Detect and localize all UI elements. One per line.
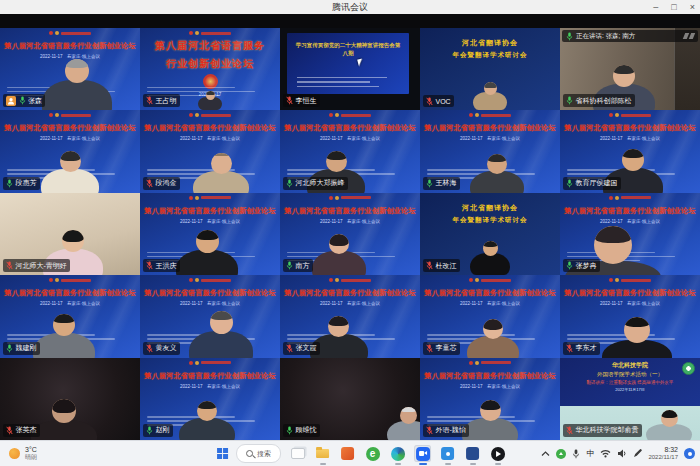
volume-icon[interactable]	[617, 449, 627, 458]
participant-name: 李东才	[576, 343, 597, 353]
watermark-logo-icon	[684, 33, 694, 39]
video-tile-25[interactable]: 华北科技学院外国语学院学术活动（一）翻译讲座：注重翻译实践 提高融通中外水平20…	[560, 358, 700, 440]
video-tile-24[interactable]: 第八届河北省语言服务行业创新创业论坛2022-11-17 石家庄·线上会议外语-…	[420, 358, 560, 440]
person-head	[622, 149, 644, 171]
emblem-banner	[201, 279, 231, 282]
video-tile-8[interactable]: 第八届河北省语言服务行业创新创业论坛2022-11-17 石家庄·线上会议河北师…	[280, 110, 420, 192]
video-tile-15[interactable]: 第八届河北省语言服务行业创新创业论坛2022-11-17 石家庄·线上会议张梦冉	[560, 193, 700, 275]
emblem-dot-red	[189, 196, 193, 200]
video-tile-20[interactable]: 第八届河北省语言服务行业创新创业论坛2022-11-17 石家庄·线上会议李东才	[560, 275, 700, 357]
participant-label: 王占明	[143, 94, 180, 107]
participant-name: 张英杰	[16, 425, 37, 435]
file-explorer[interactable]	[314, 445, 331, 462]
participant-label: 河北师大郑振峰	[283, 177, 348, 190]
video-tile-23[interactable]: 顾维忱	[280, 358, 420, 440]
lecture-slide-line3: 翻译讲座：注重翻译实践 提高融通中外水平	[560, 380, 700, 385]
video-tile-2[interactable]: 第八届河北省语言服务行业创新创业论坛2022-11-17王占明	[140, 28, 280, 110]
emblem-dot-gold	[55, 278, 59, 282]
forum-subtitle: 2022-11-17 石家庄·线上会议	[420, 301, 560, 306]
participant-label: 李东才	[563, 342, 600, 355]
tray-mic-icon[interactable]	[572, 449, 580, 459]
search-icon	[246, 450, 253, 457]
forum-title: 第八届河北省语言服务行业创新创业论坛	[420, 288, 560, 298]
participant-person	[189, 311, 253, 358]
close-button[interactable]: ×	[690, 0, 695, 14]
tray-chevron-icon[interactable]	[541, 451, 550, 457]
participant-label: 外语-魏怡	[423, 424, 469, 437]
forum-subtitle: 2022-11-17 石家庄·线上会议	[0, 136, 140, 141]
forum-subtitle: 2022-11-17 石家庄·线上会议	[280, 301, 420, 306]
tencent-meeting[interactable]	[414, 445, 431, 462]
video-tile-21[interactable]: 张英杰	[0, 358, 140, 440]
notification-badge[interactable]	[684, 448, 695, 459]
video-tile-12[interactable]: 第八届河北省语言服务行业创新创业论坛2022-11-17 石家庄·线上会议王洪庆	[140, 193, 280, 275]
video-tile-1[interactable]: 第八届河北省语言服务行业创新创业论坛2022-11-17 石家庄·线上会议张森	[0, 28, 140, 110]
emblem-dot-gold	[615, 113, 619, 117]
start-button[interactable]	[217, 448, 228, 459]
mic-muted-icon	[566, 426, 573, 435]
person-hair	[487, 154, 507, 162]
person-hair	[483, 319, 503, 330]
forum-emblem	[560, 275, 700, 282]
video-tile-3[interactable]: 学习宣传贯彻党的二十大精神宣讲报告会第八期李恒生	[280, 28, 420, 110]
video-tile-13[interactable]: 第八届河北省语言服务行业创新创业论坛2022-11-17 石家庄·线上会议南方	[280, 193, 420, 275]
mic-on-icon	[146, 426, 153, 435]
tray-antivirus-icon[interactable]	[556, 449, 566, 459]
maximize-button[interactable]: □	[671, 0, 676, 14]
participant-person	[31, 399, 97, 440]
text-line	[297, 81, 370, 83]
emblem-banner	[201, 114, 231, 117]
video-tile-7[interactable]: 第八届河北省语言服务行业创新创业论坛2022-11-17 石家庄·线上会议段鸿金	[140, 110, 280, 192]
weather-temperature: 3°C	[25, 446, 37, 454]
participant-person	[462, 400, 518, 440]
browser-green-e[interactable]: e	[364, 445, 381, 462]
person-hair	[661, 410, 678, 419]
app-navy[interactable]	[464, 445, 481, 462]
video-tile-4[interactable]: 河北省翻译协会年会暨翻译学术研讨会VOC	[420, 28, 560, 110]
forum-subtitle: 2022-11-17 石家庄·线上会议	[140, 301, 280, 306]
video-tile-22[interactable]: 第八届河北省语言服务行业创新创业论坛2022-11-17 石家庄·线上会议赵刚	[140, 358, 280, 440]
participant-person	[646, 410, 692, 440]
college-logo-icon	[682, 362, 695, 375]
app-orange-icon	[341, 447, 354, 460]
mic-muted-icon	[426, 344, 433, 353]
wifi-icon[interactable]	[600, 449, 611, 458]
app-blue[interactable]	[439, 445, 456, 462]
mic-muted-icon	[426, 97, 433, 106]
video-tile-11[interactable]: 河北师大-青明好	[0, 193, 140, 275]
participant-name: 教育厅侯建国	[576, 178, 618, 188]
video-tile-19[interactable]: 第八届河北省语言服务行业创新创业论坛2022-11-17 石家庄·线上会议李童芯	[420, 275, 560, 357]
pen-icon[interactable]	[633, 449, 642, 458]
taskbar-clock[interactable]: 8:32 2022/11/17	[648, 446, 678, 462]
emblem-dot-red	[49, 278, 53, 282]
video-tile-9[interactable]: 第八届河北省语言服务行业创新创业论坛2022-11-17 石家庄·线上会议王林海	[420, 110, 560, 192]
participant-name: 华北科技学院邹俞贵	[576, 425, 639, 435]
mic-muted-icon	[146, 261, 153, 270]
app-orange[interactable]	[339, 445, 356, 462]
video-tile-17[interactable]: 第八届河北省语言服务行业创新创业论坛2022-11-17 石家庄·线上会议黄友义	[140, 275, 280, 357]
person-torso	[470, 253, 510, 275]
forum-subtitle: 2022-11-17 石家庄·线上会议	[280, 136, 420, 141]
meeting-toolbar-strip	[0, 14, 700, 28]
edge-browser[interactable]	[389, 445, 406, 462]
task-view[interactable]	[289, 445, 306, 462]
person-head	[400, 407, 417, 424]
person-torso	[179, 418, 235, 440]
video-tile-16[interactable]: 第八届河北省语言服务行业创新创业论坛2022-11-17 石家庄·线上会议魏建刚	[0, 275, 140, 357]
video-tile-6[interactable]: 第八届河北省语言服务行业创新创业论坛2022-11-17 石家庄·线上会议段惠芳	[0, 110, 140, 192]
person-torso	[470, 171, 524, 193]
emblem-banner	[481, 279, 511, 282]
video-tile-10[interactable]: 第八届河北省语言服务行业创新创业论坛2022-11-17 石家庄·线上会议教育厅…	[560, 110, 700, 192]
video-tile-14[interactable]: 河北省翻译协会年会暨翻译学术研讨会杜改江	[420, 193, 560, 275]
ime-language-indicator[interactable]: 中	[586, 448, 594, 459]
video-tile-5[interactable]: 正在讲话: 张森; 南方省科协科创部陈松	[560, 28, 700, 110]
participant-name: 赵刚	[156, 425, 170, 435]
search-input[interactable]: 搜索	[236, 444, 281, 463]
text-line	[297, 77, 387, 79]
person-head	[624, 317, 650, 343]
minimize-button[interactable]: –	[653, 0, 658, 14]
video-tile-18[interactable]: 第八届河北省语言服务行业创新创业论坛2022-11-17 石家庄·线上会议张文霞	[280, 275, 420, 357]
media-player[interactable]	[489, 445, 506, 462]
participant-name: 魏建刚	[16, 343, 37, 353]
weather-widget[interactable]: 3°C 晴朗	[0, 446, 37, 461]
